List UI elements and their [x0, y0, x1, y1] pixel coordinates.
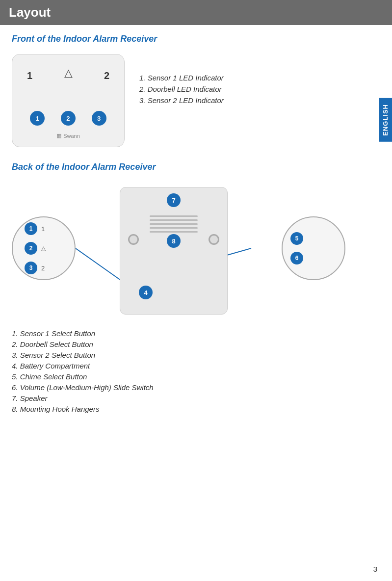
hook-right: [209, 234, 219, 245]
zoom-icon-bell: △: [41, 245, 46, 252]
back-legend-item-8: 8. Mounting Hook Hangers: [12, 405, 380, 413]
zoom-btn-2: 2: [25, 242, 37, 255]
back-legend-item-2: 2. Doorbell Select Button: [12, 340, 380, 348]
brand-logo: ▦ Swann: [56, 132, 80, 139]
button-8: 8: [167, 234, 181, 248]
front-legend-list: 1. Sensor 1 LED Indicator 2. Doorbell LE…: [139, 74, 224, 107]
zoom-btn-1: 1: [25, 222, 37, 235]
zoom-btn-row-3: 3 2: [25, 262, 75, 274]
led-group-1: 1: [30, 111, 45, 126]
grille-line-5: [150, 231, 198, 233]
back-section: Back of the Indoor Alarm Receiver 1 1 2 …: [12, 162, 380, 416]
back-legend-item-3: 3. Sensor 2 Select Button: [12, 351, 380, 359]
back-diagram: 1 1 2 △ 3 2 7: [12, 182, 355, 319]
svg-line-0: [76, 248, 121, 280]
right-zoom-circle: 5 6: [282, 216, 345, 280]
right-btn-row-5: 5: [290, 232, 303, 245]
indicator-row: 1 2 3: [12, 81, 124, 131]
grille-line-4: [150, 227, 198, 229]
front-section-title: Front of the Indoor Alarm Receiver: [12, 34, 380, 44]
back-legend-item-6: 6. Volume (Low-Medium-High) Slide Switch: [12, 383, 380, 392]
legend-item-3: 3. Sensor 2 LED Indicator: [139, 96, 224, 105]
zoom-btn-row-2: 2 △: [25, 242, 75, 255]
top-num-2: 2: [104, 70, 109, 81]
hook-left: [128, 234, 139, 245]
legend-item-1: 1. Sensor 1 LED Indicator: [139, 74, 224, 82]
back-legend-item-4: 4. Battery Compartment: [12, 362, 380, 370]
bell-icon: △: [64, 67, 73, 81]
back-section-title: Back of the Indoor Alarm Receiver: [12, 162, 380, 172]
left-zoom-circle: 1 1 2 △ 3 2: [12, 216, 76, 280]
button-4: 4: [139, 286, 153, 299]
led-group-2: 2: [61, 111, 76, 126]
language-tab: ENGLISH: [379, 98, 392, 142]
back-legend-item-1: 1. Sensor 1 Select Button: [12, 329, 380, 338]
led-circle-3: 3: [92, 111, 106, 126]
brand-name: Swann: [63, 133, 80, 139]
back-legend-list: 1. Sensor 1 Select Button 2. Doorbell Se…: [12, 329, 380, 416]
zoom-btn-3: 3: [25, 262, 37, 274]
page-header: Layout: [0, 0, 392, 25]
svg-line-1: [225, 248, 251, 256]
led-group-3: 3: [92, 111, 106, 126]
page-number: 3: [373, 565, 377, 573]
grille-line-3: [150, 223, 198, 225]
zoom-btn-5: 5: [290, 232, 303, 245]
front-section: Front of the Indoor Alarm Receiver 1 △ 2…: [12, 34, 380, 147]
zoom-label-3: 2: [41, 264, 45, 272]
back-legend-item-5: 5. Chime Select Button: [12, 372, 380, 381]
device-top-numbers: 1 △ 2: [12, 54, 124, 81]
device-back-diagram: 7 8 4: [120, 187, 228, 315]
brand-icon: ▦: [56, 132, 61, 139]
content-area: Front of the Indoor Alarm Receiver 1 △ 2…: [0, 25, 392, 434]
button-7: 7: [167, 193, 181, 207]
page-title: Layout: [9, 5, 51, 20]
zoom-btn-row-1: 1 1: [25, 222, 75, 235]
right-btn-row-6: 6: [290, 252, 303, 264]
top-num-1: 1: [27, 70, 32, 81]
back-legend-item-7: 7. Speaker: [12, 394, 380, 402]
front-layout: 1 △ 2 1 2 3 ▦ Swann: [12, 54, 380, 147]
grille-line-2: [150, 219, 198, 221]
led-circle-1: 1: [30, 111, 45, 126]
grille-line-1: [150, 215, 198, 217]
led-circle-2: 2: [61, 111, 76, 126]
zoom-btn-6: 6: [290, 252, 303, 264]
zoom-label-1: 1: [41, 225, 45, 233]
device-front-diagram: 1 △ 2 1 2 3 ▦ Swann: [12, 54, 125, 147]
legend-item-2: 2. Doorbell LED Indicator: [139, 85, 224, 93]
